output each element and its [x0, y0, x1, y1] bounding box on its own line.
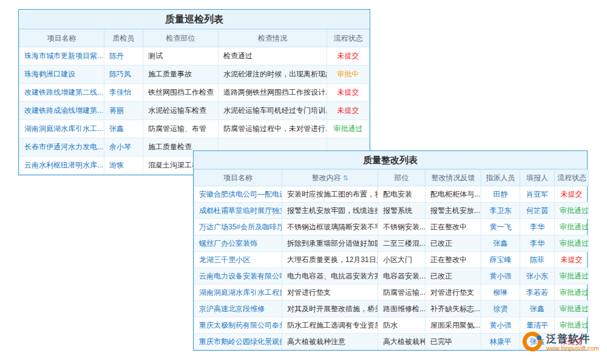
cell-project[interactable]: 云南电力设备安装有限公司20...: [194, 268, 282, 285]
cell-content: 报警主机安放牢固，线缆连接...: [282, 203, 378, 219]
cell-reporter[interactable]: 张小东: [520, 268, 555, 285]
cell-content: 对其及时开展整改措施，桥头...: [282, 301, 378, 317]
logo-text: 泛普软件 www.fanpusoft.com: [546, 333, 599, 352]
column-header-project[interactable]: 项目名称: [194, 170, 282, 186]
cell-project[interactable]: 改建铁路成渝线增建第...: [19, 102, 104, 120]
column-header-inspector[interactable]: 质检员: [104, 30, 143, 47]
cell-part: 水泥砼运输车检查: [143, 102, 219, 120]
cell-status: 审批中: [327, 66, 370, 84]
cell-inspector[interactable]: 张鑫: [104, 120, 143, 138]
cell-assignee[interactable]: 徐贤: [481, 301, 520, 317]
cell-project[interactable]: 重庆市鹅岭公园绿化景观提升...: [194, 334, 282, 350]
cell-assignee[interactable]: 张鑫: [481, 235, 520, 252]
rectification-title: 质量整改列表: [194, 151, 587, 169]
cell-assignee[interactable]: 黄小强: [481, 317, 520, 334]
column-label: 检查情况: [258, 34, 287, 42]
column-header-part[interactable]: 检查部位: [143, 30, 219, 47]
cell-feedback: 正在整改中: [426, 252, 481, 268]
cell-project[interactable]: 万达广场35#会所及咖啡厅空...: [194, 219, 282, 235]
cell-project[interactable]: 珠海鹤洲口建设: [19, 66, 104, 84]
cell-assignee[interactable]: 柳琳: [481, 285, 520, 301]
column-header-part[interactable]: 部位: [378, 170, 426, 186]
cell-part: 配电安装: [378, 186, 426, 203]
cell-inspector[interactable]: 陈丹: [104, 47, 143, 66]
cell-assignee[interactable]: 田静: [481, 186, 520, 203]
cell-project[interactable]: 湖南洞庭湖水库引水工程施工...: [194, 285, 282, 301]
logo-brand: 泛普软件: [546, 333, 599, 345]
column-header-status[interactable]: 流程状态: [327, 30, 370, 47]
cell-project[interactable]: 螺丝厂办公室装饰: [194, 235, 282, 252]
logo-url[interactable]: www.fanpusoft.com: [546, 345, 599, 352]
column-label: 检查部位: [166, 34, 195, 42]
cell-assignee[interactable]: 黄小强: [481, 268, 520, 285]
cell-reporter[interactable]: 肖亚军: [520, 186, 555, 203]
cell-status: 审批通过: [555, 285, 589, 301]
column-label: 项目名称: [223, 174, 253, 182]
cell-reporter[interactable]: 李华: [520, 235, 555, 252]
cell-inspector[interactable]: 李佳怡: [104, 84, 143, 102]
column-label: 整改内容: [311, 174, 341, 182]
column-label: 质检员: [113, 34, 135, 42]
table-row: 万达广场35#会所及咖啡厅空...不锈钢边框玻璃隔断安装不牢...不锈钢安装..…: [194, 219, 589, 235]
cell-reporter[interactable]: 陈菲: [520, 252, 555, 268]
cell-project[interactable]: 龙湖三千里小区: [194, 252, 282, 268]
cell-inspector[interactable]: 余小琴: [104, 138, 143, 157]
column-header-reporter[interactable]: 填报人: [520, 170, 555, 186]
sort-icon[interactable]: ⇅: [342, 174, 348, 181]
cell-content: 防水工程施工选调有专业资质...: [282, 317, 378, 334]
column-header-project[interactable]: 项目名称: [19, 30, 104, 47]
cell-project[interactable]: 珠海市城市更新项目紫...: [19, 47, 104, 66]
cell-assignee[interactable]: 林康平: [481, 334, 520, 350]
cell-reporter[interactable]: 李华: [520, 219, 555, 235]
table-row: 改建铁路成渝线增建第...蒋丽水泥砼运输车检查水泥砼运输车司机经过专门培训...…: [19, 102, 370, 120]
header-row: 项目名称质检员检查部位检查情况流程状态: [19, 30, 370, 47]
cell-part: 防水: [378, 317, 426, 334]
cell-situation: 防腐管运输过程中，未对管进行...: [219, 120, 327, 138]
column-header-content[interactable]: 整改内容⇅: [282, 170, 378, 186]
cell-reporter[interactable]: 李若若: [520, 285, 555, 301]
fanpu-logo[interactable]: 泛普软件 www.fanpusoft.com: [522, 331, 599, 354]
cell-reporter[interactable]: 张鑫: [520, 301, 555, 317]
cell-project[interactable]: 长春市伊通河水力发电...: [19, 138, 104, 157]
cell-inspector[interactable]: 游恢: [104, 157, 143, 175]
column-header-situation[interactable]: 检查情况: [219, 30, 327, 47]
table-row: 湖南洞庭湖水库引水工程施工...对管进行垫支防腐管运输...对管进行垫支柳琳李若…: [194, 285, 589, 301]
cell-content: 拆除到承重墙部分请做好加固...: [282, 235, 378, 252]
cell-part: 防腐管运输、布管: [143, 120, 219, 138]
column-label: 流程状态: [334, 34, 363, 42]
column-label: 填报人: [526, 174, 548, 182]
cell-reporter[interactable]: 何芷茵: [520, 203, 555, 219]
cell-project[interactable]: 湖南洞庭湖水库引水工...: [19, 120, 104, 138]
cell-inspector[interactable]: 蒋丽: [104, 102, 143, 120]
cell-feedback: 报警主机安放...: [426, 203, 481, 219]
fanpu-logo-icon: [522, 331, 543, 354]
column-label: 整改情况反馈: [432, 174, 475, 182]
column-header-status[interactable]: 流程状态: [555, 170, 589, 186]
cell-content: 不锈钢边框玻璃隔断安装不牢...: [282, 219, 378, 235]
cell-status: 未提交: [327, 102, 370, 120]
cell-part: 不锈钢安装...: [378, 219, 426, 235]
column-header-feedback[interactable]: 整改情况反馈: [426, 170, 481, 186]
cell-assignee[interactable]: 李卫东: [481, 203, 520, 219]
table-row: 改建铁路线增建第二线...李佳怡铁丝网围挡工作检查道路两侧铁丝网围挡工作按设计.…: [19, 84, 370, 102]
cell-content: 大理石质量更换，12月31日之...: [282, 252, 378, 268]
cell-status: 未提交: [327, 47, 370, 66]
cell-status: 审批通过: [555, 301, 589, 317]
cell-situation: 道路两侧铁丝网围挡工作按设计...: [219, 84, 327, 102]
cell-assignee[interactable]: 薛宝峰: [481, 252, 520, 268]
cell-feedback: 屋面采用聚氨...: [426, 317, 481, 334]
cell-status: 未提交: [555, 252, 589, 268]
cell-inspector[interactable]: 陈巧凤: [104, 66, 143, 84]
cell-project[interactable]: 京沪高速北京段维修: [194, 301, 282, 317]
table-row: 珠海鹤洲口建设陈巧凤施工质量事故水泥砼灌注的时候，出现离析现象审批中: [19, 66, 370, 84]
cell-project[interactable]: 安徽合肥供电公司—配电设备...: [194, 186, 282, 203]
cell-assignee[interactable]: 黄一飞: [481, 219, 520, 235]
cell-project[interactable]: 成都杜甫草堂临时展厅独立展...: [194, 203, 282, 219]
column-header-assignee[interactable]: 指派人员: [481, 170, 520, 186]
cell-project[interactable]: 云南水利枢纽潜明水库...: [19, 157, 104, 175]
rectification-table-body: 安徽合肥供电公司—配电设备...安装时应按施工图的布置，将...配电安装配电柜柜…: [194, 186, 589, 350]
cell-project[interactable]: 重庆太极制药有限公司奉州中...: [194, 317, 282, 334]
cell-status: 审批通过: [327, 120, 370, 138]
cell-feedback: 已改正: [426, 235, 481, 252]
cell-project[interactable]: 改建铁路线增建第二线...: [19, 84, 104, 102]
